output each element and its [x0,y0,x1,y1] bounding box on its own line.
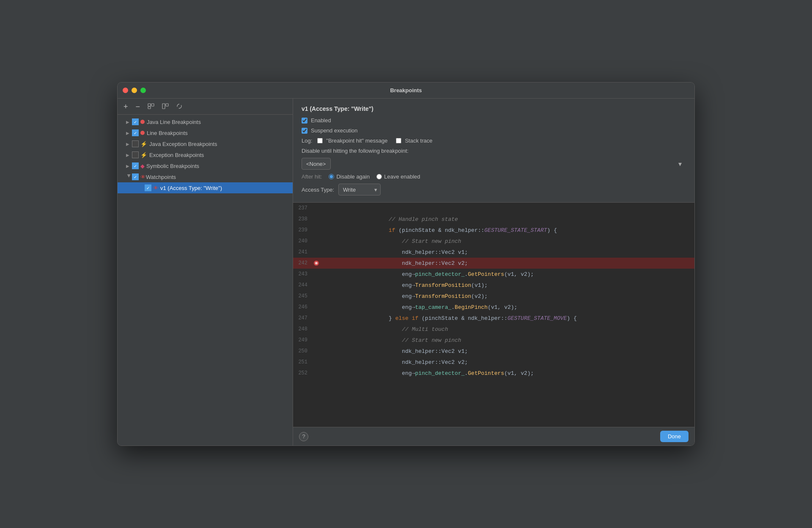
bottom-bar: ? Done [293,427,694,446]
enabled-label[interactable]: Enabled [311,117,331,124]
line-number: 237 [293,205,313,211]
disable-again-option: Disable again [329,173,370,180]
arrow-icon: ▶ [126,131,132,135]
access-type-label: Access Type: [302,187,334,193]
line-number: 246 [293,304,313,310]
watchpoint-icon: 👁 [153,185,159,191]
checkbox-exc-bp[interactable] [132,151,139,158]
sidebar-item-v1-watchpoint[interactable]: ▶ ✓ 👁 v1 (Access Type: "Write") [118,182,293,193]
lightning-icon: ⚡ [140,141,147,147]
log-stack-trace-checkbox[interactable] [396,138,401,143]
sidebar-item-line-bp[interactable]: ▶ ✓ Line Breakpoints [118,127,293,138]
v1-watchpoint-label: v1 (Access Type: "Write") [160,185,290,191]
checkbox-line-bp[interactable]: ✓ [132,129,139,136]
line-number: 247 [293,315,313,321]
close-button[interactable] [123,88,128,93]
svg-rect-4 [166,104,168,106]
sidebar-item-symbolic-bp[interactable]: ▶ ✓ ◆ Symbolic Breakpoints [118,160,293,171]
line-number: 243 [293,271,313,277]
breakpoint-list: ▶ ✓ Java Line Breakpoints ▶ ✓ Line Break… [118,115,293,446]
svg-rect-0 [148,104,151,106]
disable-again-label[interactable]: Disable again [336,173,370,180]
suspend-checkbox[interactable] [302,128,307,134]
line-number: 242 [293,260,313,266]
remove-button[interactable]: − [134,102,142,111]
main-content: + − [118,99,694,446]
line-number: 241 [293,249,313,255]
sidebar-item-java-exc-bp[interactable]: ▶ ⚡ Java Exception Breakpoints [118,138,293,149]
settings-area: v1 (Access Type: "Write") Enabled Suspen… [293,99,694,203]
arrow-icon: ▶ [126,142,132,146]
title-bar: Breakpoints [118,82,694,99]
dot-icon [140,131,145,135]
sidebar-item-exc-bp[interactable]: ▶ ⚡ Exception Breakpoints [118,149,293,160]
bp-marker-active [313,260,320,266]
add-button[interactable]: + [122,102,130,111]
log-row: Log: "Breakpoint hit" message Stack trac… [302,138,686,144]
line-number: 251 [293,359,313,365]
disable-until-label: Disable until hitting the following brea… [302,148,409,154]
collapse-button[interactable] [160,102,170,111]
log-breakpoint-checkbox[interactable] [317,138,323,143]
suspend-label[interactable]: Suspend execution [311,127,358,134]
done-button[interactable]: Done [660,431,689,442]
svg-rect-3 [162,104,165,109]
checkbox-v1[interactable]: ✓ [145,184,151,191]
arrow-open-icon: ▶ [127,174,132,180]
line-number: 238 [293,216,313,222]
java-line-bp-label: Java Line Breakpoints [147,119,290,125]
suspend-row: Suspend execution [302,127,686,134]
help-button[interactable]: ? [299,432,308,441]
access-type-select[interactable]: Read Write Read/Write [338,184,381,195]
code-area[interactable]: 237 238 // Handle pinch state 239 [293,203,694,427]
checkbox-java-line-bp[interactable]: ✓ [132,118,139,125]
watchpoint-bp-icon [313,260,319,266]
dropdown-row: <None> [302,158,686,170]
exc-bp-label: Exception Breakpoints [149,152,290,158]
symbolic-bp-label: Symbolic Breakpoints [146,163,290,169]
leave-enabled-radio[interactable] [376,174,382,179]
log-stack-trace-label[interactable]: Stack trace [405,138,432,144]
settings-title: v1 (Access Type: "Write") [302,105,686,112]
enabled-row: Enabled [302,117,686,124]
checkbox-symbolic-bp[interactable]: ✓ [132,162,139,169]
disable-dropdown[interactable]: <None> [302,158,331,170]
disable-again-radio[interactable] [329,174,334,179]
access-select-wrapper: Read Write Read/Write [338,184,381,195]
checkbox-watchpoints[interactable]: ✓ [132,173,139,180]
right-panel: v1 (Access Type: "Write") Enabled Suspen… [293,99,694,446]
svg-rect-1 [151,104,154,106]
diamond-icon: ◆ [140,163,145,169]
checkbox-java-exc-bp[interactable] [132,140,139,147]
expand-button[interactable] [146,102,156,111]
leave-enabled-label[interactable]: Leave enabled [384,173,420,180]
maximize-button[interactable] [140,88,146,93]
line-number: 249 [293,337,313,343]
eye-icon: 👁 [140,174,146,180]
arrow-icon: ▶ [126,164,132,168]
line-number: 240 [293,238,313,244]
after-hit-row: After hit: Disable again Leave enabled [302,173,686,180]
refresh-button[interactable] [175,102,184,111]
code-content: eng→pinch_detector_.GetPointers(v1, v2); [320,364,694,383]
line-number: 248 [293,326,313,332]
line-number: 252 [293,370,313,376]
sidebar-item-java-line-bp[interactable]: ▶ ✓ Java Line Breakpoints [118,116,293,127]
sidebar-item-watchpoints[interactable]: ▶ ✓ 👁 Watchpoints [118,171,293,182]
traffic-lights [123,88,146,93]
line-number: 250 [293,348,313,354]
log-breakpoint-label[interactable]: "Breakpoint hit" message [326,138,387,144]
after-hit-label: After hit: [302,173,322,180]
svg-point-5 [177,104,181,108]
dot-icon [140,120,145,124]
window-title: Breakpoints [390,87,422,94]
line-bp-label: Line Breakpoints [147,130,290,136]
disable-dropdown-wrapper: <None> [302,158,686,170]
minimize-button[interactable] [132,88,137,93]
disable-until-row: Disable until hitting the following brea… [302,148,686,154]
line-number: 239 [293,227,313,233]
breakpoints-window: Breakpoints + − [117,82,695,446]
sidebar-toolbar: + − [118,99,293,115]
enabled-checkbox[interactable] [302,118,307,124]
arrow-icon: ▶ [126,120,132,124]
